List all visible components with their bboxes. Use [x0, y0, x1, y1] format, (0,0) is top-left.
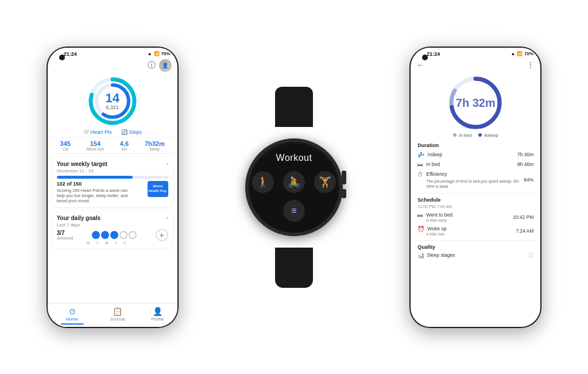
- bed-label: Went to bed: [426, 212, 452, 218]
- back-button[interactable]: ←: [416, 60, 424, 70]
- watch-menu-button[interactable]: ≡: [283, 200, 305, 222]
- nav-profile[interactable]: 👤 Profile: [151, 307, 164, 325]
- watch-activity-icons: 🚶 🚴 🏋: [252, 171, 336, 193]
- heart-steps-row: 🤍Heart Pts 🔄Steps: [48, 128, 177, 136]
- home-icon: ⊙: [69, 307, 76, 316]
- quality-title: Quality: [417, 244, 533, 250]
- inbed-row: 🛏 In bed 8h 46m: [417, 160, 533, 169]
- weekly-target-card[interactable]: Your weekly target › December 12 - 19 10…: [52, 157, 173, 207]
- ring-container: 14 6,321: [48, 73, 177, 128]
- day-circles: [92, 231, 137, 239]
- legend-dot-asleep: [478, 133, 482, 137]
- day-circle-f: [129, 231, 137, 239]
- efficiency-row: ⏱ Efficiency The percentage of time in b…: [417, 169, 533, 191]
- journal-icon: 📋: [113, 307, 122, 316]
- weekly-detail: Scoring 150 Heart Points a week can help…: [57, 188, 131, 203]
- alarm-icon: ⏰: [417, 226, 424, 232]
- watch-crown-bottom: [342, 189, 346, 198]
- day-circle-t: [101, 231, 109, 239]
- inbed-label: In bed: [426, 161, 440, 167]
- duration-section: Duration 💤 Asleep 7h 30m 🛏 In bed: [411, 140, 540, 194]
- daily-goals-row: 3/7 Achieved +: [57, 229, 168, 241]
- sleep-stages-info-icon[interactable]: ⓘ: [528, 252, 533, 259]
- achieved-label: Achieved: [57, 236, 74, 240]
- efficiency-val: 84%: [524, 177, 533, 183]
- nav-journal[interactable]: 📋 Journal: [110, 307, 125, 325]
- sleep-legend: In bed Asleep: [411, 133, 540, 138]
- day-circle-m: [92, 231, 100, 239]
- sleep-time: 7h 32m: [456, 97, 496, 109]
- watch-run-button[interactable]: 🚶: [252, 171, 274, 193]
- daily-title: Your daily goals: [57, 215, 101, 221]
- asleep-val: 7h 30m: [517, 152, 533, 157]
- day-circle-th: [119, 231, 127, 239]
- schedule-section: Schedule 11:00 PM–7:00 AM 🛏 Went to bed …: [411, 195, 540, 241]
- nav-home-label: Home: [66, 317, 78, 322]
- efficiency-icon: ⏱: [417, 171, 423, 178]
- duration-title: Duration: [417, 142, 533, 148]
- achieved-count: 3/7: [57, 230, 74, 236]
- efficiency-detail: The percentage of time in bed you spent …: [426, 179, 524, 189]
- daily-sub: Last 7 days: [57, 222, 168, 228]
- stats-row: 345 Cal 154 Move min 4,6 km 7h32m Sleep: [48, 137, 177, 154]
- heart-pts-label: Heart Pts: [90, 129, 112, 135]
- stat-cal: 345 Cal: [60, 140, 71, 151]
- day-labels: M T W T F: [84, 241, 168, 245]
- legend-asleep: Asleep: [478, 133, 498, 138]
- bed-time: 10:42 PM: [513, 214, 533, 220]
- left-phone: 21:24 ▲ 📶 70% ⓘ 👤: [47, 47, 179, 328]
- woke-up-row: ⏰ Woke up A little late 7:24 AM: [417, 224, 533, 238]
- daily-goals-card[interactable]: Your daily goals › Last 7 days 3/7 Achie…: [52, 211, 173, 248]
- watch-crown-top: [342, 171, 346, 184]
- battery-left: 70%: [161, 51, 171, 56]
- strap-top: [275, 87, 313, 127]
- daily-chevron: ›: [167, 215, 168, 221]
- watch-bike-button[interactable]: 🚴: [283, 171, 305, 193]
- nav-journal-label: Journal: [110, 317, 125, 322]
- efficiency-label: Efficiency: [426, 171, 447, 177]
- weekly-title: Your weekly target: [57, 161, 107, 167]
- fit-header: ⓘ 👤: [48, 58, 177, 73]
- who-logo: World Health Org.: [148, 181, 168, 197]
- woke-time: 7:24 AM: [516, 228, 533, 234]
- nav-home[interactable]: ⊙ Home: [61, 307, 84, 325]
- inbed-val: 8h 46m: [517, 161, 533, 167]
- more-button[interactable]: ⋮: [527, 60, 535, 70]
- stat-km: 4,6 km: [120, 140, 129, 151]
- signal-icon: ▲: [148, 51, 152, 56]
- heart-icon: 🤍: [83, 129, 89, 135]
- inbed-icon: 🛏: [417, 161, 423, 168]
- sleep-stages-row[interactable]: 📊 Sleep stages ⓘ: [417, 252, 533, 259]
- weekly-chevron: ›: [167, 161, 168, 167]
- schedule-range: 11:00 PM–7:00 AM: [417, 205, 533, 209]
- add-goal-button[interactable]: +: [156, 229, 168, 241]
- steps-icon: 🔄: [121, 129, 127, 135]
- ring-sub: 6,321: [105, 105, 119, 110]
- stat-move: 154 Move min: [87, 140, 104, 151]
- woke-sub: A little late: [426, 232, 446, 236]
- status-bar-right: 21:24 ▲ 📶 70%: [411, 48, 540, 58]
- stat-sleep: 7h32m Sleep: [145, 140, 165, 151]
- nav-profile-label: Profile: [151, 317, 164, 322]
- schedule-title: Schedule: [417, 197, 533, 203]
- sleep-ring-container: 7h 32m: [411, 72, 540, 133]
- watch-title: Workout: [276, 153, 312, 163]
- wifi-icon: 📶: [154, 51, 160, 56]
- watch-case: Workout 🚶 🚴 🏋 ≡: [245, 138, 343, 236]
- info-icon[interactable]: ⓘ: [148, 60, 156, 71]
- smartwatch: Workout 🚶 🚴 🏋 ≡: [237, 118, 351, 256]
- signal-icon-right: ▲: [510, 51, 515, 56]
- status-time-right: 21:24: [427, 51, 440, 57]
- bar-chart-icon: 📊: [417, 252, 424, 259]
- weekly-progress-bar-bg: [57, 176, 168, 179]
- ring-number: 14: [105, 92, 119, 105]
- bed-sub: A little early: [426, 218, 452, 222]
- right-phone: 21:24 ▲ 📶 70% ← ⋮: [409, 47, 541, 328]
- avatar[interactable]: 👤: [159, 59, 172, 72]
- battery-right: 70%: [524, 51, 533, 56]
- went-to-bed-row: 🛏 Went to bed A little early 10:42 PM: [417, 210, 533, 224]
- quality-section: Quality 📊 Sleep stages ⓘ: [411, 242, 540, 261]
- watch-row-button[interactable]: 🏋: [314, 171, 336, 193]
- weekly-progress-text: 102 of 150: [57, 181, 131, 187]
- sleep-header: ← ⋮: [411, 58, 540, 72]
